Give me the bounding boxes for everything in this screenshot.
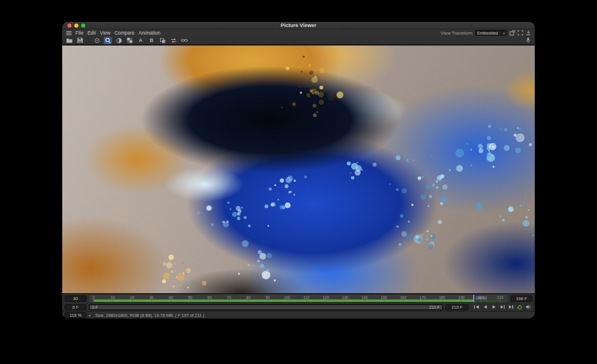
zoom-field[interactable]: 119 % [65,312,86,318]
timeline-tick: 90 [266,295,270,299]
preview-range-inner[interactable]: 0 F 210 F [90,305,442,309]
timeline-tick: 130 [342,295,349,299]
fullscreen-icon[interactable] [517,30,523,36]
range-end-field[interactable]: 210 F [445,304,468,310]
menubar: File Edit View Compare Animation View Tr… [62,29,535,36]
ab-compare-icon[interactable] [158,37,167,44]
timeline-ruler[interactable]: 196:30 010203040506070809010011012013014… [89,295,508,302]
menu-edit[interactable]: Edit [88,29,96,36]
timeline-tick: 20 [130,295,134,299]
save-icon[interactable] [76,37,84,44]
timeline-tick: 140 [361,295,368,299]
play-button[interactable] [490,305,497,310]
timeline-tick: 30 [149,295,153,299]
maximize-button[interactable] [81,24,85,28]
open-folder-icon[interactable] [65,37,73,44]
render-bubbles [62,46,535,293]
step-forward-button[interactable] [499,305,505,310]
timeline-tick: 200 [478,295,484,299]
timeline-tick: 0 [92,295,95,299]
timeline-tick: 60 [207,295,211,299]
timeline-tick: 10 [111,295,115,299]
chevron-down-icon: ▾ [503,31,505,35]
current-frame-field[interactable]: 196 F [511,295,532,302]
timeline-tick: 210 [497,295,504,299]
transport-controls [471,305,532,310]
window-title: Picture Viewer [62,22,535,28]
loop-playback-icon[interactable] [516,305,523,310]
view-transform-label: View Transform [441,31,473,36]
zoom-dropdown-icon[interactable]: ▾ [89,313,90,317]
toolbar-separator [88,37,89,43]
range-bar-end-label: 210 F [429,305,440,309]
alpha-channel-icon[interactable] [126,37,134,44]
range-start-field[interactable]: 0 F [65,304,86,310]
step-back-button[interactable] [482,305,488,310]
view-transform-value: Embedded [477,31,498,36]
menu-animation[interactable]: Animation [139,29,161,36]
timeline-tick: 160 [400,295,406,299]
timeline-progress [93,299,473,302]
goto-end-button[interactable] [508,305,514,310]
menu-compare[interactable]: Compare [115,29,135,36]
timeline-playhead[interactable] [473,295,474,302]
timeline-tick: 110 [304,295,309,299]
render-canvas[interactable] [62,45,535,294]
minimize-button[interactable] [74,24,78,28]
timeline-tick: 80 [246,295,250,299]
zoom-tool-icon[interactable] [104,37,112,44]
timeline-tick: 190 [458,295,464,299]
view-transform-dropdown[interactable]: Embedded ▾ [475,30,507,36]
version-a-button[interactable]: A [137,37,145,44]
range-bar-start-label: 0 F [92,305,98,309]
sound-record-icon[interactable] [524,37,532,44]
menubar-right: View Transform Embedded ▾ [441,30,531,36]
preview-range-bar[interactable]: 0 F 210 F [89,304,443,310]
timeline-tick: 50 [188,295,192,299]
version-b-button[interactable]: B [148,37,156,44]
timeline-tick: 100 [284,295,290,299]
titlebar[interactable]: Picture Viewer [62,22,535,29]
save-display-icon[interactable] [526,30,531,36]
timeline-row: 30 196:30 010203040506070809010011012013… [62,294,535,303]
sound-playback-icon[interactable] [525,305,531,310]
timeline-tick: 170 [420,295,426,299]
close-button[interactable] [67,24,71,28]
compare-position-icon[interactable] [93,37,101,44]
toolbar: A B [62,36,535,45]
hamburger-menu-icon[interactable] [66,30,71,36]
statusbar: 119 % ▾ Size: 2880x1800, RGB (8 Bit), 19… [62,311,535,318]
fps-field[interactable]: 30 [65,295,86,302]
menu-file[interactable]: File [75,29,84,36]
contrast-icon[interactable] [115,37,123,44]
picture-viewer-window: Picture Viewer File Edit View Compare An… [62,22,535,318]
timeline-tick: 40 [169,295,173,299]
menu-view[interactable]: View [100,29,110,36]
swap-ab-icon[interactable] [169,37,177,44]
timeline-tick: 150 [381,295,387,299]
timeline-ruler-ticks: 196:30 010203040506070809010011012013014… [93,295,500,302]
timeline-tick: 70 [227,295,231,299]
preview-range-row: 0 F 0 F 210 F 210 F [62,303,535,311]
link-icon[interactable] [180,37,188,44]
status-info: Size: 2880x1800, RGB (8 Bit), 19.76 MB, … [93,313,205,318]
traffic-lights [62,24,85,28]
goto-start-button[interactable] [473,305,479,310]
timeline-tick: 180 [439,295,445,299]
float-window-icon[interactable] [509,30,515,36]
timeline-tick: 120 [323,295,329,299]
